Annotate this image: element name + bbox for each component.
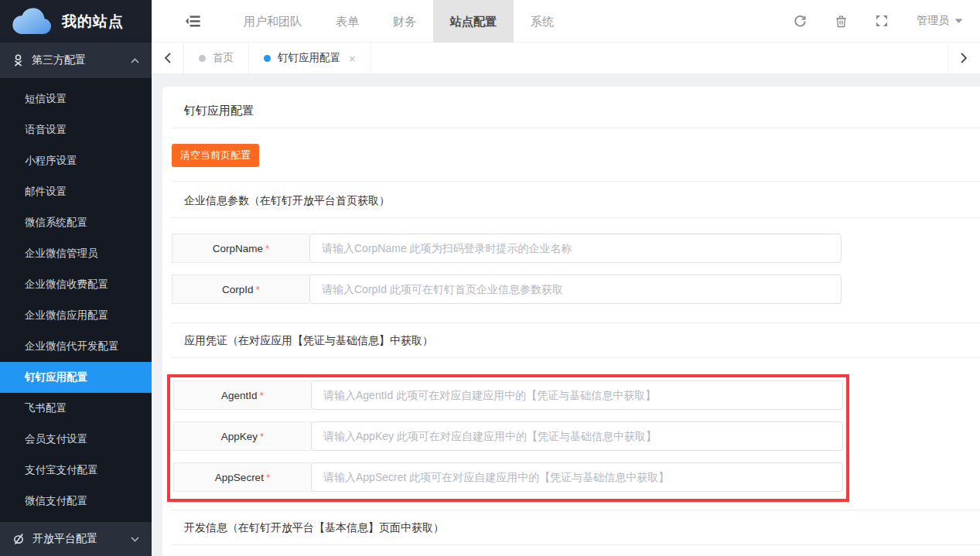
sidebar-group-open-platform[interactable]: 开放平台配置 [0,522,152,556]
required-mark: * [266,472,270,483]
form-row-agentid: AgentId * [173,380,846,410]
form-row-corpid: CorpId * [172,275,980,304]
field-label-appsecret: AppSecret * [173,462,311,492]
corpname-input[interactable] [309,234,842,263]
cloud-logo-icon [12,8,53,36]
chevron-down-icon [131,537,139,542]
brand-logo: 我的站点 [0,0,152,43]
refresh-icon[interactable] [794,15,807,28]
appkey-input[interactable] [311,421,843,451]
divider [172,128,980,128]
menu-fold-icon[interactable] [186,15,200,27]
tabs-scroll-left-icon[interactable] [152,43,184,73]
sidebar-group-label: 开放平台配置 [32,532,131,546]
tab-home[interactable]: 首页 [184,43,249,73]
field-label-corpname: CorpName * [172,234,309,263]
field-label-appkey: AppKey * [173,421,311,451]
nav-finance[interactable]: 财务 [376,0,433,43]
sidebar-item-mail[interactable]: 邮件设置 [0,176,152,207]
tab-dot [199,55,206,62]
sidebar-group-third-party[interactable]: 第三方配置 [0,43,152,78]
required-mark: * [265,243,269,254]
section-header-dev-info: 开发信息（在钉钉开放平台【基本信息】页面中获取） [184,521,980,535]
chevron-up-icon [131,58,139,63]
corpid-input[interactable] [309,275,842,304]
tab-label: 钉钉应用配置 [278,51,340,65]
close-icon[interactable]: × [349,53,356,64]
sidebar-menu: 短信设置 语音设置 小程序设置 邮件设置 微信系统配置 企业微信管理员 企业微信… [0,78,152,517]
nav-site-config[interactable]: 站点配置 [433,0,514,43]
form-row-appkey: AppKey * [173,421,846,451]
page-tabbar: 首页 钉钉应用配置 × [152,43,980,74]
tabs-scroll-right-icon[interactable] [948,43,980,73]
sidebar-item-feishu[interactable]: 飞书配置 [0,393,152,424]
sidebar: 我的站点 第三方配置 短信设置 语音设置 小程序设置 邮件设置 微信系统配置 企… [0,0,152,556]
required-mark: * [260,431,264,442]
admin-user-menu[interactable]: 管理员 [917,14,963,28]
annotation-highlight-box: AgentId * AppKey * AppSecret * [167,374,849,502]
nav-forms[interactable]: 表单 [319,0,376,43]
divider [172,181,980,182]
required-mark: * [256,284,260,295]
sidebar-item-dingtalk-app[interactable]: 钉钉应用配置 [0,362,152,393]
tabbar-spacer [371,43,948,73]
third-party-icon [12,54,24,67]
sidebar-item-alipay[interactable]: 支付宝支付配置 [0,455,152,486]
fullscreen-icon[interactable] [876,15,888,27]
sidebar-item-wechat-pay[interactable]: 微信支付配置 [0,486,152,517]
top-nav-items: 用户和团队 表单 财务 站点配置 系统 [227,0,571,43]
appsecret-input[interactable] [311,462,843,492]
divider [172,510,980,510]
page-title: 钉钉应用配置 [184,104,980,118]
section-header-corp-info: 企业信息参数（在钉钉开放平台首页获取） [184,194,980,208]
tab-dot [264,55,271,62]
top-navbar: 用户和团队 表单 财务 站点配置 系统 [152,0,980,43]
field-label-text: CorpName [213,243,263,254]
admin-label: 管理员 [917,14,949,28]
field-label-text: CorpId [222,284,254,295]
sidebar-item-member-pay[interactable]: 会员支付设置 [0,424,152,455]
sidebar-group-label: 第三方配置 [32,53,131,67]
divider [172,544,980,545]
sidebar-item-wecom-billing[interactable]: 企业微信收费配置 [0,269,152,300]
form-row-appsecret: AppSecret * [173,462,846,492]
sidebar-item-wecom-admin[interactable]: 企业微信管理员 [0,238,152,269]
field-label-corpid: CorpId * [172,275,309,304]
divider [172,357,980,358]
agentid-input[interactable] [311,380,843,410]
content-card: 钉钉应用配置 清空当前页配置 企业信息参数（在钉钉开放平台首页获取） CorpN… [162,87,980,556]
required-mark: * [260,390,264,401]
section-header-app-credentials: 应用凭证（在对应应用【凭证与基础信息】中获取） [184,334,980,348]
nav-system[interactable]: 系统 [514,0,571,43]
open-platform-icon [12,533,25,545]
sidebar-item-wecom-dev[interactable]: 企业微信代开发配置 [0,331,152,362]
tab-label: 首页 [213,51,234,65]
sidebar-item-miniprogram[interactable]: 小程序设置 [0,145,152,176]
site-name: 我的站点 [62,12,124,32]
divider [172,217,980,218]
trash-icon[interactable] [835,15,847,28]
sidebar-item-voice[interactable]: 语音设置 [0,114,152,145]
field-label-text: AgentId [221,390,258,401]
field-label-text: AppSecret [215,472,264,483]
field-label-text: AppKey [221,431,258,442]
caret-down-icon [954,19,963,24]
form-row-corpname: CorpName * [172,234,980,263]
sidebar-item-wechat-system[interactable]: 微信系统配置 [0,207,152,238]
app-window: 我的站点 第三方配置 短信设置 语音设置 小程序设置 邮件设置 微信系统配置 企… [0,0,980,556]
sidebar-item-sms[interactable]: 短信设置 [0,84,152,114]
field-label-agentid: AgentId * [173,380,311,410]
divider [172,322,980,323]
tab-dingtalk-config[interactable]: 钉钉应用配置 × [249,43,371,73]
clear-page-config-button[interactable]: 清空当前页配置 [172,144,259,167]
nav-users-teams[interactable]: 用户和团队 [227,0,319,43]
topbar-actions: 管理员 [794,14,980,28]
sidebar-item-wecom-app[interactable]: 企业微信应用配置 [0,300,152,331]
